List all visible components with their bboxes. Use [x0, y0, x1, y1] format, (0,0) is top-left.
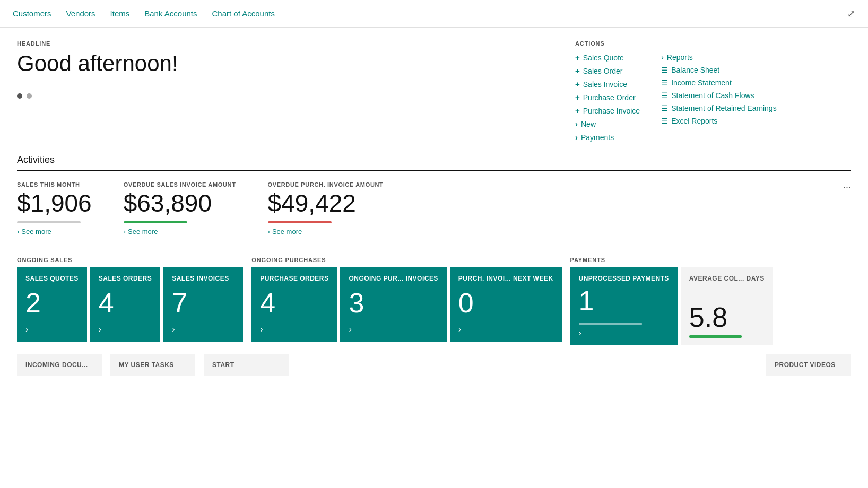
main-content: HEADLINE Good afternoon! ACTIONS + Sales… — [0, 28, 868, 389]
actions-col-2: › Reports ☰ Balance Sheet ☰ Income State… — [661, 53, 776, 142]
card-purchase-orders[interactable]: PURCHASE ORDERS 4 › — [251, 267, 337, 342]
ongoing-purchases-group: ONGOING PURCHASES PURCHASE ORDERS 4 › ON… — [251, 257, 561, 342]
card-title-unprocessed: UNPROCESSED PAYMENTS — [579, 275, 669, 283]
stat-bar-1 — [17, 221, 81, 223]
stats-row: SALES THIS MONTH $1,906 › See more OVERD… — [17, 181, 851, 252]
card-value-sales-invoices: 7 — [172, 289, 235, 317]
stat-value-1: $1,906 — [17, 190, 92, 217]
nav-bank-accounts[interactable]: Bank Accounts — [144, 9, 197, 18]
nav-vendors[interactable]: Vendors — [66, 9, 96, 18]
card-title-sales-orders: SALES ORDERS — [99, 275, 152, 285]
ongoing-sales-cards: SALES QUOTES 2 › SALES ORDERS 4 › SA — [17, 267, 243, 342]
card-title-sales-invoices: SALES INVOICES — [172, 275, 235, 285]
card-unprocessed-payments[interactable]: UNPROCESSED PAYMENTS 1 › — [570, 267, 678, 346]
card-divider-3 — [172, 321, 235, 321]
card-gap-4 — [448, 267, 449, 342]
doc-icon-5: ☰ — [661, 117, 668, 125]
headline-label: HEADLINE — [17, 40, 554, 47]
card-progress-bar — [579, 323, 642, 325]
card-purch-next-week[interactable]: PURCH. INVOI... NEXT WEEK 0 › — [450, 267, 562, 342]
card-arrow-1: › — [25, 325, 79, 334]
action-retained-earnings[interactable]: ☰ Statement of Retained Earnings — [661, 104, 776, 112]
action-reports[interactable]: › Reports — [661, 53, 776, 62]
action-payments[interactable]: › Payments — [575, 133, 640, 142]
ongoing-purchases-cards: PURCHASE ORDERS 4 › ONGOING PUR... INVOI… — [251, 267, 561, 342]
card-value-sales-orders: 4 — [99, 289, 152, 317]
action-sales-quote[interactable]: + Sales Quote — [575, 53, 640, 62]
card-sales-orders[interactable]: SALES ORDERS 4 › — [90, 267, 160, 342]
action-income-statement[interactable]: ☰ Income Statement — [661, 79, 776, 87]
card-title-purchase-orders: PURCHASE ORDERS — [260, 275, 328, 285]
stat-bar-3 — [268, 221, 332, 223]
action-balance-sheet[interactable]: ☰ Balance Sheet — [661, 66, 776, 74]
avg-days-progress — [689, 335, 742, 338]
activities-stats: SALES THIS MONTH $1,906 › See more OVERD… — [17, 181, 384, 236]
stat-overdue-sales: OVERDUE SALES INVOICE AMOUNT $63,890 › S… — [124, 181, 236, 236]
top-nav: Customers Vendors Items Bank Accounts Ch… — [0, 0, 868, 28]
slide-dot-1[interactable] — [17, 93, 22, 99]
card-divider-7 — [579, 319, 669, 319]
stat-overdue-purch: OVERDUE PURCH. INVOICE AMOUNT $49,422 › … — [268, 181, 384, 236]
card-value-sales-quotes: 2 — [25, 289, 79, 317]
stat-label-3: OVERDUE PURCH. INVOICE AMOUNT — [268, 181, 384, 188]
ongoing-sales-group: ONGOING SALES SALES QUOTES 2 › SALES ORD… — [17, 257, 243, 342]
headline-section: HEADLINE Good afternoon! — [17, 40, 554, 142]
chevron-icon-1: › — [575, 119, 578, 128]
card-title-sales-quotes: SALES QUOTES — [25, 275, 79, 285]
action-sales-order[interactable]: + Sales Order — [575, 66, 640, 75]
stat-sales-this-month: SALES THIS MONTH $1,906 › See more — [17, 181, 92, 236]
stat-bar-2 — [124, 221, 187, 223]
action-excel-reports[interactable]: ☰ Excel Reports — [661, 117, 776, 125]
nav-chart-of-accounts[interactable]: Chart of Accounts — [212, 9, 275, 18]
action-cash-flows[interactable]: ☰ Statement of Cash Flows — [661, 91, 776, 100]
payments-group: PAYMENTS UNPROCESSED PAYMENTS 1 › AVERAG… — [570, 257, 773, 346]
chevron-see-more-2: › — [124, 228, 126, 236]
card-gap-3 — [338, 267, 339, 342]
nav-items[interactable]: Items — [110, 9, 130, 18]
more-dots[interactable]: ··· — [843, 181, 851, 193]
action-purchase-invoice[interactable]: + Purchase Invoice — [575, 106, 640, 115]
card-arrow-4: › — [260, 325, 328, 334]
ongoing-purchases-label: ONGOING PURCHASES — [251, 257, 561, 263]
action-purchase-order[interactable]: + Purchase Order — [575, 93, 640, 102]
expand-icon[interactable]: ⤢ — [847, 8, 855, 20]
chevron-icon-reports: › — [661, 53, 664, 62]
cards-all-groups: ONGOING SALES SALES QUOTES 2 › SALES ORD… — [17, 257, 851, 346]
cards-section: ONGOING SALES SALES QUOTES 2 › SALES ORD… — [17, 257, 851, 377]
stat-label-2: OVERDUE SALES INVOICE AMOUNT — [124, 181, 236, 188]
payments-label: PAYMENTS — [570, 257, 773, 263]
card-sales-invoices[interactable]: SALES INVOICES 7 › — [163, 267, 243, 342]
plus-icon-3: + — [575, 80, 580, 89]
card-sales-quotes[interactable]: SALES QUOTES 2 › — [17, 267, 87, 342]
card-divider-2 — [99, 321, 152, 321]
see-more-1[interactable]: › See more — [17, 228, 92, 236]
actions-label: ACTIONS — [575, 40, 851, 47]
plus-icon-5: + — [575, 106, 580, 115]
payments-cards: UNPROCESSED PAYMENTS 1 › AVERAGE COL... … — [570, 267, 773, 346]
chevron-icon-2: › — [575, 133, 578, 142]
action-new[interactable]: › New — [575, 119, 640, 128]
card-avg-collection-days[interactable]: AVERAGE COL... DAYS 5.8 — [681, 267, 773, 346]
card-ongoing-pur-invoices[interactable]: ONGOING PUR... INVOICES 3 › — [340, 267, 446, 342]
card-divider-4 — [260, 321, 328, 321]
card-divider-1 — [25, 321, 79, 321]
see-more-3[interactable]: › See more — [268, 228, 384, 236]
card-title-purch-next-week: PURCH. INVOI... NEXT WEEK — [458, 275, 553, 285]
card-gap-5 — [679, 267, 680, 346]
bottom-card-user-tasks: MY USER TASKS — [110, 354, 195, 376]
card-arrow-2: › — [99, 325, 152, 334]
activities-divider — [17, 170, 851, 171]
card-value-avg-days: 5.8 — [689, 303, 765, 331]
bottom-card-incoming: INCOMING DOCU... — [17, 354, 102, 376]
card-arrow-5: › — [349, 325, 438, 334]
card-arrow-3: › — [172, 325, 235, 334]
card-title-avg-days: AVERAGE COL... DAYS — [689, 275, 765, 300]
see-more-2[interactable]: › See more — [124, 228, 236, 236]
stat-label-1: SALES THIS MONTH — [17, 181, 92, 188]
nav-customers[interactable]: Customers — [13, 9, 51, 18]
action-sales-invoice[interactable]: + Sales Invoice — [575, 80, 640, 89]
plus-icon-2: + — [575, 66, 580, 75]
slide-dot-2[interactable] — [27, 93, 32, 99]
doc-icon-4: ☰ — [661, 104, 668, 112]
plus-icon-1: + — [575, 53, 580, 62]
